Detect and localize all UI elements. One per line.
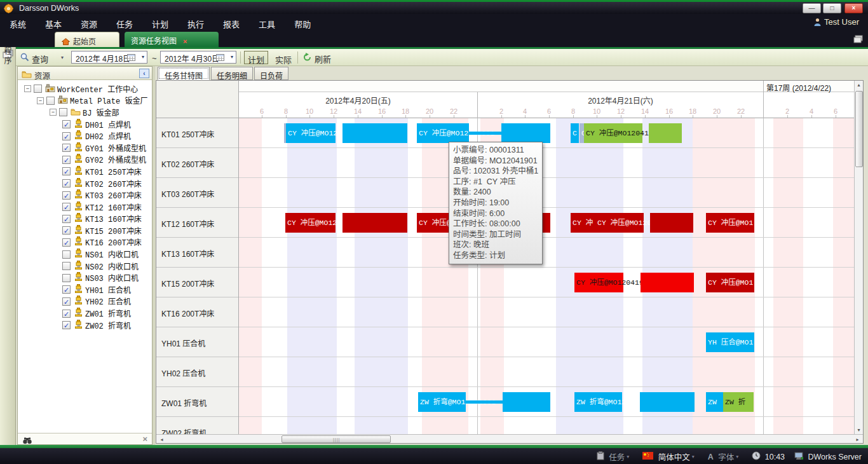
tree-checkbox[interactable] bbox=[46, 97, 55, 105]
task-bar[interactable] bbox=[650, 213, 693, 233]
horizontal-scroll-thumb[interactable]: |||| bbox=[281, 435, 391, 443]
tree-item-GY02[interactable]: ✓GY02 外桶成型机 bbox=[18, 154, 152, 166]
task-bar[interactable]: CY 冲 CY 冲压@MO12041904 bbox=[571, 213, 644, 233]
tree-item-NS02[interactable]: NS02 内收口机 bbox=[18, 260, 152, 272]
tree-checkbox[interactable] bbox=[62, 250, 71, 259]
tree-item-ZW01[interactable]: ✓ZW01 折弯机 bbox=[18, 307, 152, 319]
tree-item-KT03[interactable]: ✓KT03 260T冲床 bbox=[18, 189, 152, 201]
chevron-down-icon[interactable]: ▾ bbox=[627, 454, 629, 460]
restore-button[interactable]: □ bbox=[823, 3, 841, 13]
tree-item-YH02[interactable]: ✓YH02 压合机 bbox=[18, 296, 152, 308]
task-bar[interactable]: ZW 折弯@MO12041901 bbox=[418, 392, 466, 412]
tree-checkbox[interactable]: ✓ bbox=[62, 144, 71, 152]
refresh-button[interactable]: 刷新 bbox=[315, 53, 331, 65]
tab-home[interactable]: 起始页 bbox=[55, 32, 119, 47]
tree-checkbox[interactable]: ✓ bbox=[62, 167, 71, 175]
window-stack-icon[interactable] bbox=[853, 34, 863, 46]
horizontal-scrollbar[interactable]: ◂ |||| ▸ bbox=[156, 434, 863, 443]
date-to-field[interactable]: 2012年 4月30日▾ bbox=[160, 51, 236, 64]
tree-checkbox[interactable] bbox=[62, 262, 71, 270]
tab-daily-load[interactable]: 日负荷 bbox=[254, 67, 288, 80]
menu-item-0[interactable]: 系统 bbox=[0, 14, 36, 30]
minimize-button[interactable]: — bbox=[803, 3, 821, 13]
date-to-dropdown-icon[interactable]: ▾ bbox=[231, 54, 233, 60]
menu-item-7[interactable]: 工具 bbox=[249, 14, 285, 30]
chevron-down-icon[interactable]: ▾ bbox=[736, 454, 738, 460]
tree-checkbox[interactable]: ✓ bbox=[62, 310, 71, 318]
tree-item-KT01[interactable]: ✓KT01 250T冲床 bbox=[18, 165, 152, 177]
tree-checkbox[interactable]: ✓ bbox=[62, 179, 71, 188]
tree-item-KT15[interactable]: ✓KT15 200T冲床 bbox=[18, 224, 152, 236]
status-font[interactable]: 字体 bbox=[718, 453, 734, 462]
dock-tab-program[interactable]: 程序 bbox=[2, 47, 13, 66]
tree-expander-icon[interactable]: − bbox=[24, 85, 31, 92]
tree-item-ZW02[interactable]: ✓ZW02 折弯机 bbox=[18, 319, 152, 331]
tree-item-DH01[interactable]: ✓DH01 点焊机 bbox=[18, 118, 152, 130]
tree-item-BJ[interactable]: −BJ 钣金部 bbox=[18, 106, 152, 118]
tree-checkbox[interactable]: ✓ bbox=[62, 203, 71, 211]
tree-item-YH01[interactable]: ✓YH01 压合机 bbox=[18, 283, 152, 296]
tree-item-KT13[interactable]: ✓KT13 160T冲床 bbox=[18, 213, 152, 225]
tree-item-DH02[interactable]: ✓DH02 点焊机 bbox=[18, 130, 152, 142]
task-bar[interactable]: ZW bbox=[706, 392, 723, 412]
vertical-scrollbar[interactable]: ▴ ▾ bbox=[854, 81, 863, 434]
tab-resource-task-view[interactable]: 资源任务视图× bbox=[125, 32, 219, 47]
tab-gantt-chart[interactable]: 任务甘特图 bbox=[158, 67, 210, 80]
menu-item-2[interactable]: 资源 bbox=[71, 14, 107, 30]
status-language[interactable]: 简体中文 bbox=[658, 453, 690, 462]
tree-item-KT12[interactable]: ✓KT12 160T冲床 bbox=[18, 201, 152, 213]
tree-item-NS01[interactable]: NS01 内收口机 bbox=[18, 248, 152, 260]
tree-checkbox[interactable]: ✓ bbox=[62, 132, 71, 140]
task-bar[interactable]: C bbox=[571, 123, 579, 143]
tree-checkbox[interactable]: ✓ bbox=[62, 120, 71, 128]
tree-expander-icon[interactable]: − bbox=[50, 109, 57, 116]
scroll-down-icon[interactable]: ▾ bbox=[855, 427, 863, 433]
tree-item-WorkCenter[interactable]: −WorkCenter 工作中心 bbox=[18, 83, 152, 95]
scroll-up-icon[interactable]: ▴ bbox=[855, 82, 863, 88]
tree-item-GY01[interactable]: ✓GY01 外桶成型机 bbox=[18, 142, 152, 154]
tree-item-NS03[interactable]: NS03 内收口机 bbox=[18, 272, 152, 284]
task-bar[interactable]: CY 冲压@MO12041901 bbox=[286, 123, 336, 143]
task-bar[interactable] bbox=[342, 213, 407, 233]
tab-close-icon[interactable]: × bbox=[183, 38, 187, 45]
status-task[interactable]: 任务 bbox=[609, 453, 625, 462]
date-from-dropdown-icon[interactable]: ▾ bbox=[142, 54, 144, 60]
task-bar[interactable]: CY 冲压@MO12041904 bbox=[285, 213, 336, 233]
tab-task-detail[interactable]: 任务明细 bbox=[211, 67, 253, 80]
scroll-right-icon[interactable]: ▸ bbox=[853, 437, 862, 442]
menu-item-1[interactable]: 基本 bbox=[36, 14, 71, 30]
task-bar[interactable]: CY 冲压@MO1 bbox=[706, 273, 754, 292]
tree-checkbox[interactable]: ✓ bbox=[62, 297, 71, 306]
tree-checkbox[interactable] bbox=[34, 85, 42, 93]
task-bar[interactable]: CY 冲压@MO12041903 bbox=[574, 273, 623, 292]
panel-close-icon[interactable]: × bbox=[142, 434, 147, 444]
task-bar[interactable] bbox=[466, 400, 503, 404]
task-bar[interactable]: CY 冲压@MO12041901 bbox=[417, 123, 469, 143]
task-bar[interactable]: CY 冲压@MO1 bbox=[706, 213, 754, 233]
tree-checkbox[interactable] bbox=[62, 274, 71, 282]
plan-toggle-button[interactable]: 计划 bbox=[244, 51, 268, 64]
tree-checkbox[interactable] bbox=[59, 108, 67, 116]
task-bar[interactable]: C bbox=[580, 123, 584, 143]
actual-toggle-button[interactable]: 实际 bbox=[271, 51, 295, 64]
task-bar[interactable] bbox=[342, 123, 407, 143]
menu-item-8[interactable]: 帮助 bbox=[285, 14, 320, 30]
task-bar[interactable]: ZW 折 bbox=[723, 392, 754, 412]
tree-checkbox[interactable]: ✓ bbox=[62, 226, 71, 235]
menu-item-4[interactable]: 计划 bbox=[142, 14, 178, 30]
chevron-down-icon[interactable]: ▾ bbox=[692, 454, 695, 460]
tree-checkbox[interactable]: ✓ bbox=[62, 285, 71, 294]
task-bar[interactable] bbox=[641, 273, 694, 292]
menu-item-5[interactable]: 执行 bbox=[178, 14, 214, 30]
task-bar[interactable]: ZW 折弯@MO12041901 bbox=[574, 392, 622, 412]
task-bar[interactable] bbox=[503, 392, 550, 412]
menu-item-6[interactable]: 报表 bbox=[214, 14, 249, 30]
tree-checkbox[interactable]: ✓ bbox=[62, 215, 71, 223]
date-from-field[interactable]: 2012年 4月18日▾ bbox=[71, 51, 147, 64]
panel-splitter[interactable] bbox=[153, 66, 155, 445]
close-button[interactable]: × bbox=[844, 3, 863, 13]
tree-item-KT16[interactable]: ✓KT16 200T冲床 bbox=[18, 236, 152, 249]
vertical-scroll-thumb[interactable] bbox=[855, 91, 863, 167]
task-bar[interactable] bbox=[469, 132, 501, 135]
task-bar[interactable] bbox=[501, 123, 550, 143]
